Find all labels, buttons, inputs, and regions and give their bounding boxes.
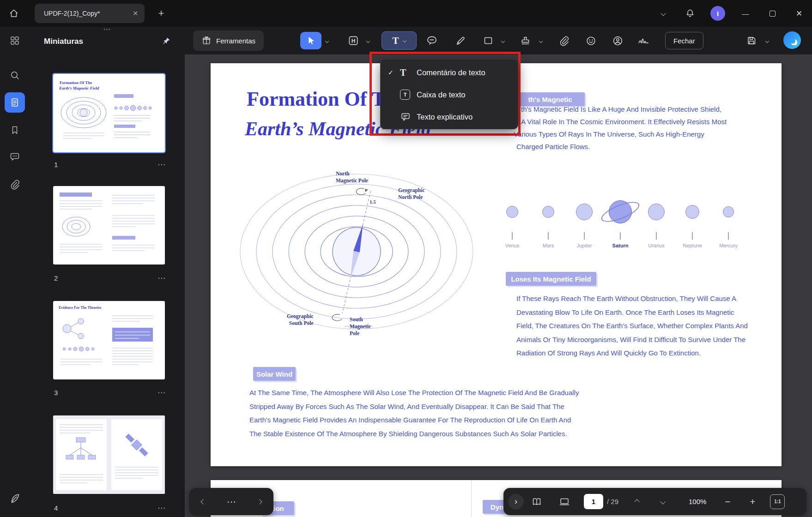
- chevron-down-icon: [366, 39, 370, 43]
- square-icon: [483, 35, 494, 46]
- thumb4-preview: [53, 415, 165, 494]
- fit-ratio-button[interactable]: 1:1: [770, 494, 785, 509]
- new-tab-button[interactable]: +: [154, 6, 168, 20]
- thumbnails-title: Miniaturas: [44, 37, 83, 46]
- zoom-in-button[interactable]: +: [745, 494, 760, 509]
- thumb1-more-icon[interactable]: ⋯: [158, 160, 166, 169]
- section3-line1: At The Same Time, The Atmosphere Will Al…: [249, 389, 579, 397]
- nav-back-button[interactable]: [196, 494, 211, 509]
- title-bar: UPDF-2(12)_Copy* ✕ + I — ✕: [0, 0, 812, 27]
- presentation-mode-button[interactable]: [557, 494, 572, 509]
- thumbnail-page-2[interactable]: [53, 186, 165, 265]
- save-icon: [746, 35, 757, 46]
- section1-line3: Various Types Of Rays In The Universe, S…: [514, 130, 704, 138]
- label-tilt-value: 1.5: [370, 198, 376, 205]
- thumbnail-page-1[interactable]: Formation Of The Earth’s Magnetic Field: [53, 74, 165, 152]
- comments-panel-button[interactable]: [8, 150, 21, 163]
- menu-item-text-box[interactable]: T Caixa de texto: [381, 84, 518, 106]
- ai-assistant-button[interactable]: [783, 31, 801, 49]
- user-avatar[interactable]: I: [710, 6, 725, 21]
- next-page-button[interactable]: [655, 494, 670, 509]
- comment-search-tool-button[interactable]: [425, 34, 439, 48]
- chat-bubble-icon: [9, 151, 20, 162]
- label-north-magnetic-pole: NorthMagnetic Pole: [336, 170, 368, 184]
- sticker-tool-button[interactable]: [584, 34, 598, 48]
- text-comment-icon: T: [400, 67, 406, 78]
- thumb1-preview: [60, 94, 158, 141]
- maximize-icon: [770, 11, 776, 17]
- person-badge-icon: [612, 35, 624, 47]
- cursor-icon: [306, 36, 316, 46]
- text-t-icon: T: [392, 36, 399, 46]
- highlight-h-icon: H: [347, 35, 359, 47]
- tab-title: UPDF-2(12)_Copy*: [44, 10, 129, 17]
- apps-grid-button[interactable]: [8, 34, 21, 47]
- section1-badge: th's Magnetic: [515, 92, 585, 106]
- panel-drag-handle[interactable]: •••: [103, 27, 111, 32]
- page-total-label: / 29: [607, 498, 618, 505]
- stamp-tool-button[interactable]: [518, 34, 532, 48]
- tools-button[interactable]: Ferramentas: [193, 30, 264, 51]
- highlight-tool-dropdown[interactable]: [366, 39, 370, 43]
- titlebar-chevron-button[interactable]: [657, 7, 670, 20]
- thumbnails-panel-button[interactable]: [5, 92, 25, 113]
- reader-mode-button[interactable]: [529, 494, 544, 509]
- thumb3-meta: 3 ⋯: [54, 387, 166, 398]
- nav-more-button[interactable]: ⋯: [224, 494, 239, 509]
- section2-line5: Radiation Of Strong Rays And Will Quickl…: [516, 349, 701, 357]
- planets-diagram: Venus Mars Jupiter Saturn Uranus Neptune…: [498, 197, 743, 248]
- zoom-out-button[interactable]: −: [720, 494, 735, 509]
- section3-line2: Stripped Away By Forces Such As The Sola…: [249, 403, 564, 410]
- save-button[interactable]: [745, 34, 758, 48]
- zoom-level-label: 100%: [689, 498, 706, 505]
- pen-tool-button[interactable]: [454, 34, 467, 48]
- stamp-tool-dropdown[interactable]: [539, 39, 543, 43]
- thumb3-more-icon[interactable]: ⋯: [158, 388, 166, 397]
- close-window-button[interactable]: ✕: [793, 7, 806, 20]
- pin-panel-button[interactable]: [160, 35, 172, 47]
- highlight-tool-button[interactable]: H: [346, 34, 360, 48]
- planet-mars: Mars: [534, 197, 563, 248]
- thumbnail-page-3[interactable]: Evidence For The Theories: [53, 301, 165, 379]
- save-dropdown[interactable]: [765, 39, 770, 43]
- chevron-down-icon: [539, 39, 543, 43]
- bookmarks-button[interactable]: [8, 124, 21, 137]
- signature-tool-button[interactable]: [636, 34, 650, 48]
- notifications-button[interactable]: [684, 7, 697, 20]
- contact-sign-tool-button[interactable]: [611, 34, 624, 48]
- chevron-down-icon: [765, 39, 769, 43]
- shape-tool-button[interactable]: [481, 34, 495, 48]
- planet-jupiter: Jupiter: [570, 197, 599, 248]
- menu-item-callout[interactable]: Texto explicativo: [381, 106, 518, 128]
- previous-page-button[interactable]: [630, 494, 644, 509]
- document-tab[interactable]: UPDF-2(12)_Copy* ✕: [35, 4, 145, 23]
- gift-icon: [201, 36, 212, 46]
- home-button[interactable]: [6, 5, 22, 22]
- thumbnail-page-4[interactable]: [53, 415, 165, 494]
- label-geographic-north-pole: GeographicNorth Pole: [398, 187, 425, 201]
- select-tool-dropdown[interactable]: [325, 39, 329, 43]
- attach-file-tool-button[interactable]: [557, 34, 571, 48]
- annotation-toolbar: Ferramentas H T Fechar: [185, 27, 812, 54]
- planet-saturn: Saturn: [606, 197, 635, 248]
- search-button[interactable]: [8, 69, 21, 82]
- menu-item-text-comment[interactable]: ✓ T Comentário de texto: [381, 61, 518, 84]
- tab-close-icon[interactable]: ✕: [133, 10, 138, 17]
- minimize-button[interactable]: —: [739, 7, 752, 20]
- maximize-button[interactable]: [766, 7, 779, 20]
- text-tool-button[interactable]: T: [382, 31, 417, 50]
- text-box-icon: T: [400, 90, 410, 100]
- page-number-input[interactable]: [584, 494, 603, 509]
- attachments-button[interactable]: [8, 178, 21, 191]
- select-tool-button[interactable]: [300, 32, 321, 49]
- expand-panel-button[interactable]: ›: [508, 494, 524, 510]
- text-tool-dropdown-menu: ✓ T Comentário de texto T Caixa de texto…: [380, 59, 518, 129]
- history-nav-bar: ⋯: [189, 488, 273, 515]
- chevron-down-icon[interactable]: [402, 39, 406, 42]
- thumb2-more-icon[interactable]: ⋯: [158, 273, 166, 283]
- thumb4-more-icon[interactable]: ⋯: [158, 503, 166, 513]
- nav-forward-button[interactable]: [252, 494, 267, 509]
- plus-icon: +: [750, 497, 755, 506]
- shape-tool-dropdown[interactable]: [501, 39, 505, 43]
- close-mode-button[interactable]: Fechar: [665, 32, 703, 49]
